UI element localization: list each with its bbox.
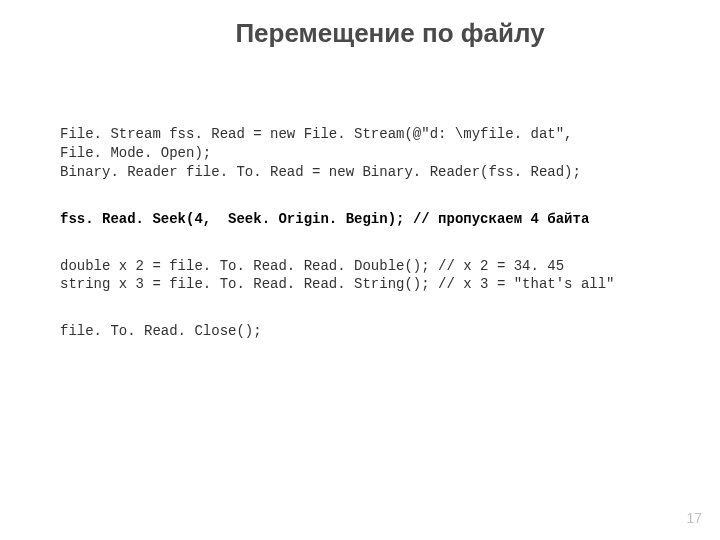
code-block-open: File. Stream fss. Read = new File. Strea…	[60, 125, 680, 182]
code-call: fss. Read. Seek(4, Seek. Origin. Begin);	[60, 211, 404, 227]
page-title: Перемещение по файлу	[60, 0, 720, 57]
code-comment: // пропускаем 4 байта	[413, 211, 589, 227]
code-block-reads: double x 2 = file. To. Read. Read. Doubl…	[60, 257, 680, 295]
code-listing: File. Stream fss. Read = new File. Strea…	[60, 125, 680, 341]
code-comment: // x 2 = 34. 45	[438, 258, 564, 274]
code-line: File. Mode. Open);	[60, 144, 680, 163]
code-line: Binary. Reader file. To. Read = new Bina…	[60, 163, 680, 182]
code-call: double x 2 = file. To. Read. Read. Doubl…	[60, 258, 430, 274]
code-call: string x 3 = file. To. Read. Read. Strin…	[60, 276, 430, 292]
code-comment: // x 3 = "that's all"	[438, 276, 614, 292]
code-line: File. Stream fss. Read = new File. Strea…	[60, 125, 680, 144]
code-block-seek: fss. Read. Seek(4, Seek. Origin. Begin);…	[60, 210, 680, 229]
code-block-close: file. To. Read. Close();	[60, 322, 680, 341]
page-number: 17	[686, 510, 702, 526]
code-line: file. To. Read. Close();	[60, 322, 680, 341]
